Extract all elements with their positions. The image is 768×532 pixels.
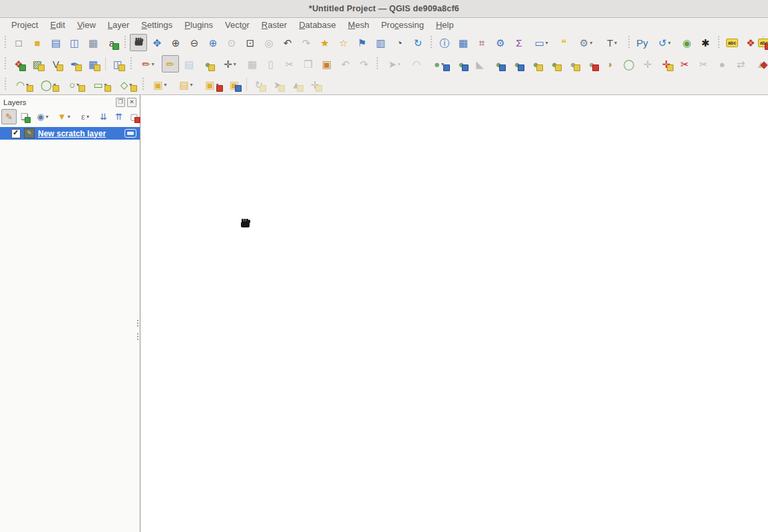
manage-map-themes-button[interactable]: ◉▾ xyxy=(32,109,53,124)
refresh-map-button[interactable]: ↻ xyxy=(409,34,427,51)
menu-layer[interactable]: Layer xyxy=(102,19,136,31)
filter-legend-by-expression-button[interactable]: ε▾ xyxy=(75,109,96,124)
python-console-button[interactable]: Py xyxy=(634,34,651,51)
delete-part-button[interactable]: ● xyxy=(583,55,600,72)
split-features-button[interactable]: ✛ xyxy=(658,55,675,72)
layer-labeling-options-button[interactable]: abc xyxy=(723,34,741,51)
select-features-by-value-button[interactable]: ▤▾ xyxy=(174,76,198,93)
chevron-down-icon[interactable]: ▾ xyxy=(398,61,401,67)
geometry-checker-button[interactable]: ◆ xyxy=(755,55,768,72)
menu-view[interactable]: View xyxy=(71,19,102,31)
new-temporary-scratch-layer-button[interactable]: ▦ xyxy=(85,55,102,72)
open-layer-styling-panel-button[interactable]: ✎ xyxy=(1,109,17,124)
new-project-button[interactable]: □ xyxy=(10,34,27,51)
debugging-tools-button[interactable]: ✱ xyxy=(697,34,714,51)
open-attribute-table-button[interactable]: ▦ xyxy=(455,34,472,51)
chevron-down-icon[interactable]: ▾ xyxy=(668,40,671,46)
menu-project[interactable]: Project xyxy=(5,19,44,31)
add-part-button[interactable]: ● xyxy=(527,55,544,72)
menu-database[interactable]: Database xyxy=(293,19,342,31)
measure-button[interactable]: ▭▾ xyxy=(529,34,554,51)
identify-features-button[interactable]: ⓘ xyxy=(436,34,453,51)
delete-ring-button[interactable]: ● xyxy=(564,55,582,72)
close-panel-button[interactable]: ✕ xyxy=(127,98,136,107)
add-polygon-feature-button[interactable]: ● xyxy=(199,55,216,72)
ellipse-button[interactable]: ○▾ xyxy=(62,76,87,93)
new-virtual-layer-button[interactable]: ◫ xyxy=(109,55,126,72)
zoom-last-button[interactable]: ↶ xyxy=(279,34,296,51)
temporal-controller-button[interactable]: ◔ xyxy=(391,34,408,51)
plugin-reloader-button[interactable]: ↺▾ xyxy=(652,34,677,51)
processing-toolbox-button[interactable]: ⚙ xyxy=(492,34,509,51)
map-canvas[interactable] xyxy=(140,95,768,532)
chevron-down-icon[interactable]: ▾ xyxy=(590,40,592,46)
select-by-location-button[interactable]: ▣ xyxy=(226,76,243,93)
add-group-button[interactable]: ❏ xyxy=(17,109,32,124)
reshape-features-button[interactable]: ◗ xyxy=(602,55,619,72)
vertex-tool-button[interactable]: ✛▾ xyxy=(218,55,242,72)
field-calculator-button[interactable]: ⌗ xyxy=(473,34,490,51)
new-shapefile-layer-button[interactable]: V xyxy=(47,55,65,72)
map-tips-button[interactable]: ❝ xyxy=(555,34,572,51)
zoom-in-button[interactable]: ⊕ xyxy=(167,34,184,51)
chevron-down-icon[interactable]: ▾ xyxy=(67,114,70,120)
toggle-editing-button[interactable]: ✏ xyxy=(162,55,179,72)
grass-tools-button[interactable]: ◉ xyxy=(678,34,695,51)
style-manager-button[interactable]: a xyxy=(103,34,120,51)
add-ring-button[interactable]: ● xyxy=(508,55,526,72)
filter-legend-button[interactable]: ▼▾ xyxy=(53,109,75,124)
new-print-layout-button[interactable]: ◫ xyxy=(66,34,83,51)
save-project-button[interactable]: ▤ xyxy=(47,34,65,51)
highlight-pinned-labels-button[interactable]: abc xyxy=(755,34,768,51)
zoom-full-button[interactable]: ⊕ xyxy=(204,34,222,51)
deselect-features-button[interactable]: ▣▾ xyxy=(200,76,224,93)
select-features-button[interactable]: ▣▾ xyxy=(148,76,172,93)
chevron-down-icon[interactable]: ▾ xyxy=(234,61,236,67)
data-source-manager-button[interactable]: ❖ xyxy=(10,55,27,72)
float-panel-button[interactable]: ❐ xyxy=(116,98,125,107)
menu-processing[interactable]: Processing xyxy=(375,19,430,31)
pan-map-button[interactable] xyxy=(130,34,147,51)
offset-curve-button[interactable]: ◯ xyxy=(620,55,638,72)
menu-plugins[interactable]: Plugins xyxy=(178,19,219,31)
chevron-down-icon[interactable]: ▾ xyxy=(190,82,193,88)
move-feature-button[interactable]: ●▾ xyxy=(427,55,451,72)
circle-button[interactable]: ◯▾ xyxy=(36,76,61,93)
circular-string-button[interactable]: ◠▾ xyxy=(10,76,35,93)
show-spatial-bookmarks-button[interactable]: ☆ xyxy=(335,34,352,51)
menu-edit[interactable]: Edit xyxy=(44,19,71,31)
panel-splitter-handle[interactable] xyxy=(137,319,139,338)
pan-map-to-selection-button[interactable]: ✥ xyxy=(148,34,166,51)
spatial-bookmark-manager-button[interactable]: ⚑ xyxy=(353,34,371,51)
open-project-button[interactable]: ■ xyxy=(29,34,46,51)
regular-polygon-button[interactable]: ◇▾ xyxy=(114,76,138,93)
menu-help[interactable]: Help xyxy=(430,19,460,31)
text-annotation-button[interactable]: T▾ xyxy=(600,34,624,51)
zoom-to-layer-button[interactable]: ⊡ xyxy=(242,34,259,51)
collapse-all-button[interactable]: ⇈ xyxy=(111,109,126,124)
layer-label[interactable]: New scratch layer xyxy=(38,129,124,138)
show-bookmarks-button[interactable]: ▥ xyxy=(372,34,389,51)
simplify-feature-button[interactable]: ● xyxy=(490,55,507,72)
current-edits-button[interactable]: ✏▾ xyxy=(136,55,160,72)
run-feature-action-button[interactable]: ⚙▾ xyxy=(574,34,598,51)
layer-visibility-checkbox[interactable] xyxy=(11,129,21,138)
fill-ring-button[interactable]: ● xyxy=(546,55,563,72)
menu-settings[interactable]: Settings xyxy=(135,19,178,31)
chevron-down-icon[interactable]: ▾ xyxy=(46,114,49,120)
paste-features-button[interactable]: ▣ xyxy=(318,55,335,72)
show-layout-manager-button[interactable]: ▦ xyxy=(85,34,102,51)
rotate-feature-button[interactable]: ● xyxy=(453,55,470,72)
rectangle-button[interactable]: ▭▾ xyxy=(88,76,112,93)
new-spatial-bookmark-button[interactable]: ★ xyxy=(316,34,333,51)
zoom-out-button[interactable]: ⊖ xyxy=(186,34,203,51)
menu-vector[interactable]: Vector xyxy=(219,19,256,31)
remove-layer-button[interactable]: ▢ xyxy=(126,109,142,124)
chevron-down-icon[interactable]: ▾ xyxy=(152,61,154,67)
split-parts-button[interactable]: ✂ xyxy=(676,55,693,72)
chevron-down-icon[interactable]: ▾ xyxy=(87,114,89,120)
layer-item-new-scratch-layer[interactable]: ✎ New scratch layer xyxy=(0,127,140,140)
menu-mesh[interactable]: Mesh xyxy=(342,19,375,31)
chevron-down-icon[interactable]: ▾ xyxy=(546,40,548,46)
menu-raster[interactable]: Raster xyxy=(256,19,293,31)
